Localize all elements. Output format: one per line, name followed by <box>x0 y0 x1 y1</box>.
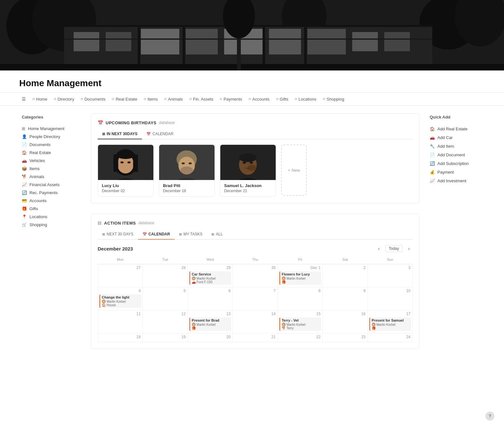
cal-day-19[interactable]: 19 <box>143 333 188 342</box>
cal-day-4[interactable]: 4 Change the light M Martin Korbel 🏠 Hou… <box>98 287 143 310</box>
svg-rect-15 <box>384 32 410 51</box>
event-present-samuel[interactable]: Present for Samuel M Martin Korbel 🎁 <box>369 317 411 331</box>
calendar-prev-btn[interactable]: ‹ <box>375 245 383 252</box>
cal-day-27[interactable]: 27 <box>98 264 143 287</box>
martin-avatar-4: M <box>192 323 196 326</box>
calendar-today-btn[interactable]: Today <box>385 245 402 252</box>
cal-day-16[interactable]: 16 <box>323 310 368 333</box>
cal-day-13[interactable]: 13 Present for Brad M Martin Korbel 🎁 <box>188 310 232 333</box>
day-num-13: 13 <box>189 312 231 316</box>
quick-add-document[interactable]: 📄 Add Document <box>427 151 485 159</box>
nav-item-finassets[interactable]: ⟳ Fin. Assets <box>187 95 216 103</box>
cal-day-3[interactable]: 3 <box>368 264 412 287</box>
cal-day-dec1[interactable]: Dec 1 Flowers for Lucy M Martin Korbel 🎁 <box>278 264 322 287</box>
cal-day-10[interactable]: 10 <box>368 287 412 310</box>
sidebar-item-animals[interactable]: 🐕 Animals <box>19 173 83 181</box>
cal-day-22[interactable]: 22 <box>278 333 322 342</box>
birthday-tab-30days[interactable]: ⊞ IN NEXT 30DAYS <box>98 129 142 139</box>
nav-item-gifts[interactable]: ⟳ Gifts <box>273 95 291 103</box>
locations-icon: 📍 <box>22 214 27 219</box>
action-tab-mytasks[interactable]: ⊞ MY TASKS <box>175 229 207 240</box>
cal-dow-fri: Fri <box>278 256 322 264</box>
vehicles-icon: 🚗 <box>22 158 27 163</box>
sidebar-item-gifts[interactable]: 🎁 Gifts <box>19 205 83 213</box>
quick-add-item[interactable]: 🔧 Add Item <box>427 142 485 151</box>
nav-item-items[interactable]: ⟳ Items <box>141 95 160 103</box>
gifts-icon: 🎁 <box>22 206 27 211</box>
sidebar-item-documents[interactable]: 📄 Documents <box>19 141 83 149</box>
cal-day-2[interactable]: 2 <box>323 264 368 287</box>
cal-day-23[interactable]: 23 <box>323 333 368 342</box>
sidebar-item-shopping[interactable]: 🛒 Shopping <box>19 221 83 229</box>
cal-day-29[interactable]: 29 Car Service M Martin Korbel 🚗 Ford F-… <box>188 264 232 287</box>
event-change-light[interactable]: Change the light M Martin Korbel 🏠 House <box>99 294 141 308</box>
cal-day-11[interactable]: 11 <box>98 310 143 333</box>
home-nav-icon: ⟳ <box>32 97 35 101</box>
qa-item-icon: 🔧 <box>430 144 435 149</box>
sidebar-item-real-estate[interactable]: 🏠 Real Estate <box>19 149 83 157</box>
quick-add-car[interactable]: 🚗 Add Car <box>427 133 485 142</box>
event-car-service[interactable]: Car Service M Martin Korbel 🚗 Ford F-150 <box>189 271 231 285</box>
cal-day-12[interactable]: 12 <box>143 310 188 333</box>
nav-item-realestate[interactable]: ⟳ Real Estate <box>109 95 140 103</box>
cal-day-5[interactable]: 5 <box>143 287 188 310</box>
cal-day-17[interactable]: 17 Present for Samuel M Martin Korbel 🎁 <box>368 310 412 333</box>
cal-day-24[interactable]: 24 <box>368 333 412 342</box>
cal-day-14[interactable]: 14 <box>233 310 278 333</box>
nav-item-locations[interactable]: ⟳ Locations <box>292 95 319 103</box>
action-tab-30days[interactable]: ⊞ NEXT 30 DAYS <box>98 229 138 240</box>
calendar-next-btn[interactable]: › <box>405 245 413 252</box>
day-num-15: 15 <box>279 312 321 316</box>
cal-day-6[interactable]: 6 <box>188 287 232 310</box>
sidebar-item-home-management[interactable]: ⊞ Home Management <box>19 125 83 133</box>
nav-item-animals[interactable]: ⟳ Animals <box>161 95 185 103</box>
cal-day-18[interactable]: 18 <box>98 333 143 342</box>
sidebar-item-vehicles[interactable]: 🚗 Vehicles <box>19 157 83 165</box>
cal-day-15[interactable]: 15 Terry - Vet M Martin Korbel 🐕 Terry <box>278 310 322 333</box>
cal-day-20[interactable]: 20 <box>188 333 232 342</box>
event-change-light-tag: 🏠 House <box>102 303 140 307</box>
cal-day-7[interactable]: 7 <box>233 287 278 310</box>
svg-rect-7 <box>74 32 99 51</box>
svg-rect-19 <box>183 26 185 70</box>
action-tab-all[interactable]: ⊞ ALL <box>207 229 227 240</box>
martin-avatar-2: M <box>282 276 286 280</box>
event-flowers-lucy[interactable]: Flowers for Lucy M Martin Korbel 🎁 <box>279 271 321 285</box>
nav-item-documents[interactable]: ⟳ Documents <box>78 95 108 103</box>
day-num-8: 8 <box>279 289 321 293</box>
sidebar-item-locations[interactable]: 📍 Locations <box>19 213 83 221</box>
lucy-info: Lucy Liu December 02 <box>98 180 153 196</box>
nav-item-home[interactable]: ⟳ Home <box>30 95 50 103</box>
nav-hamburger[interactable]: ☰ <box>19 95 28 103</box>
birthday-tab-calendar[interactable]: 📅 CALENDAR <box>142 129 178 139</box>
event-flowers-lucy-person: M Martin Korbel <box>282 276 320 280</box>
quick-add-payment[interactable]: 💰 Payment <box>427 168 485 177</box>
birthday-card-brad[interactable]: Brad Pitt December 18 <box>159 144 215 197</box>
birthday-card-samuel[interactable]: Samuel L. Jackson December 21 <box>220 144 276 197</box>
sidebar-item-people-directory[interactable]: 👤 People Directory <box>19 133 83 141</box>
nav-item-payments[interactable]: ⟳ Payments <box>217 95 245 103</box>
sidebar-item-accounts[interactable]: 💳 Accounts <box>19 197 83 205</box>
cal-day-21[interactable]: 21 <box>233 333 278 342</box>
quick-add-investment[interactable]: 📈 Add Investment <box>427 177 485 185</box>
cal-day-9[interactable]: 9 <box>323 287 368 310</box>
nav-item-accounts[interactable]: ⟳ Accounts <box>246 95 272 103</box>
sidebar-item-financial-assets[interactable]: 📈 Financial Assets <box>19 181 83 189</box>
birthday-card-lucy[interactable]: Lucy Liu December 02 <box>98 144 154 197</box>
qa-car-icon: 🚗 <box>430 135 435 140</box>
event-terry-vet[interactable]: Terry - Vet M Martin Korbel 🐕 Terry <box>279 317 321 331</box>
sidebar-item-rec-payments[interactable]: 🔄 Rec. Payments <box>19 189 83 197</box>
action-tab-calendar[interactable]: 📅 CALENDAR <box>138 229 175 240</box>
nav-item-shopping[interactable]: ⟳ Shopping <box>320 95 347 103</box>
nav-item-directory[interactable]: ⟳ Directory <box>51 95 77 103</box>
svg-rect-10 <box>186 29 218 54</box>
day-num-7: 7 <box>234 289 276 293</box>
cal-day-28[interactable]: 28 <box>143 264 188 287</box>
quick-add-real-estate[interactable]: 🏠 Add Real Estate <box>427 125 485 133</box>
event-present-brad[interactable]: Present for Brad M Martin Korbel 🎁 <box>189 317 231 331</box>
cal-day-30[interactable]: 30 <box>233 264 278 287</box>
birthday-add-new[interactable]: + New <box>281 144 307 196</box>
quick-add-subscription[interactable]: 🔄 Add Subscription <box>427 159 485 168</box>
cal-day-8[interactable]: 8 <box>278 287 322 310</box>
sidebar-item-items[interactable]: 📦 Items <box>19 165 83 173</box>
